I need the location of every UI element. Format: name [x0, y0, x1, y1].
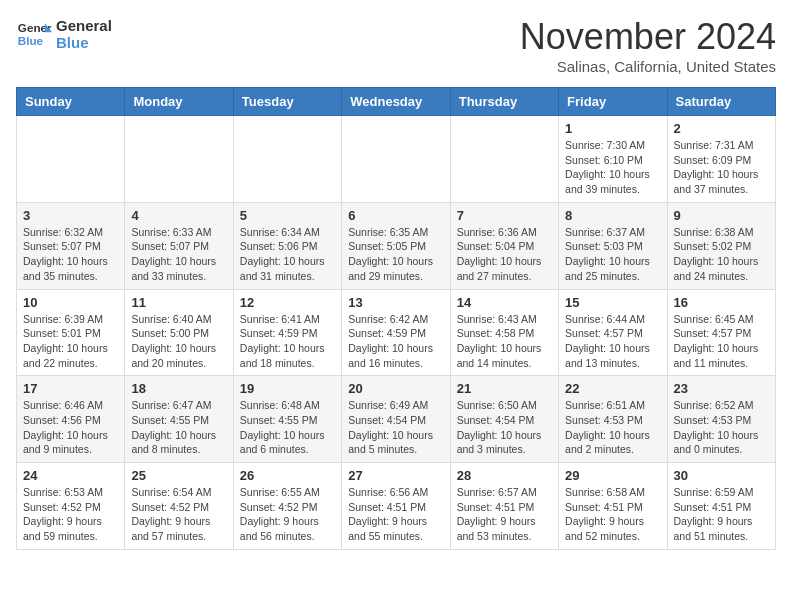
day-number: 30 — [674, 468, 769, 483]
day-number: 13 — [348, 295, 443, 310]
day-number: 1 — [565, 121, 660, 136]
day-number: 25 — [131, 468, 226, 483]
calendar-cell — [342, 116, 450, 203]
calendar-cell: 24Sunrise: 6:53 AM Sunset: 4:52 PM Dayli… — [17, 463, 125, 550]
day-number: 20 — [348, 381, 443, 396]
day-info: Sunrise: 6:44 AM Sunset: 4:57 PM Dayligh… — [565, 312, 660, 371]
day-info: Sunrise: 6:42 AM Sunset: 4:59 PM Dayligh… — [348, 312, 443, 371]
calendar-cell: 21Sunrise: 6:50 AM Sunset: 4:54 PM Dayli… — [450, 376, 558, 463]
calendar-cell: 28Sunrise: 6:57 AM Sunset: 4:51 PM Dayli… — [450, 463, 558, 550]
day-number: 24 — [23, 468, 118, 483]
day-info: Sunrise: 6:55 AM Sunset: 4:52 PM Dayligh… — [240, 485, 335, 544]
calendar-cell: 20Sunrise: 6:49 AM Sunset: 4:54 PM Dayli… — [342, 376, 450, 463]
day-info: Sunrise: 6:46 AM Sunset: 4:56 PM Dayligh… — [23, 398, 118, 457]
day-number: 2 — [674, 121, 769, 136]
day-number: 7 — [457, 208, 552, 223]
day-number: 22 — [565, 381, 660, 396]
day-number: 27 — [348, 468, 443, 483]
day-number: 21 — [457, 381, 552, 396]
day-info: Sunrise: 6:36 AM Sunset: 5:04 PM Dayligh… — [457, 225, 552, 284]
location: Salinas, California, United States — [520, 58, 776, 75]
calendar-table: SundayMondayTuesdayWednesdayThursdayFrid… — [16, 87, 776, 550]
day-number: 16 — [674, 295, 769, 310]
month-title: November 2024 — [520, 16, 776, 58]
day-info: Sunrise: 6:51 AM Sunset: 4:53 PM Dayligh… — [565, 398, 660, 457]
day-number: 5 — [240, 208, 335, 223]
weekday-header-saturday: Saturday — [667, 88, 775, 116]
calendar-week-5: 24Sunrise: 6:53 AM Sunset: 4:52 PM Dayli… — [17, 463, 776, 550]
calendar-cell: 16Sunrise: 6:45 AM Sunset: 4:57 PM Dayli… — [667, 289, 775, 376]
weekday-header-row: SundayMondayTuesdayWednesdayThursdayFrid… — [17, 88, 776, 116]
logo: General Blue General Blue — [16, 16, 112, 52]
day-info: Sunrise: 6:57 AM Sunset: 4:51 PM Dayligh… — [457, 485, 552, 544]
calendar-cell: 2Sunrise: 7:31 AM Sunset: 6:09 PM Daylig… — [667, 116, 775, 203]
day-number: 23 — [674, 381, 769, 396]
calendar-cell: 3Sunrise: 6:32 AM Sunset: 5:07 PM Daylig… — [17, 202, 125, 289]
calendar-cell: 29Sunrise: 6:58 AM Sunset: 4:51 PM Dayli… — [559, 463, 667, 550]
calendar-cell — [125, 116, 233, 203]
day-info: Sunrise: 6:47 AM Sunset: 4:55 PM Dayligh… — [131, 398, 226, 457]
day-info: Sunrise: 6:32 AM Sunset: 5:07 PM Dayligh… — [23, 225, 118, 284]
svg-text:Blue: Blue — [18, 34, 44, 47]
logo-icon: General Blue — [16, 16, 52, 52]
calendar-cell: 14Sunrise: 6:43 AM Sunset: 4:58 PM Dayli… — [450, 289, 558, 376]
calendar-cell: 27Sunrise: 6:56 AM Sunset: 4:51 PM Dayli… — [342, 463, 450, 550]
day-info: Sunrise: 6:48 AM Sunset: 4:55 PM Dayligh… — [240, 398, 335, 457]
weekday-header-monday: Monday — [125, 88, 233, 116]
day-info: Sunrise: 6:40 AM Sunset: 5:00 PM Dayligh… — [131, 312, 226, 371]
day-number: 12 — [240, 295, 335, 310]
calendar-week-4: 17Sunrise: 6:46 AM Sunset: 4:56 PM Dayli… — [17, 376, 776, 463]
day-info: Sunrise: 6:37 AM Sunset: 5:03 PM Dayligh… — [565, 225, 660, 284]
day-info: Sunrise: 6:54 AM Sunset: 4:52 PM Dayligh… — [131, 485, 226, 544]
calendar-cell: 4Sunrise: 6:33 AM Sunset: 5:07 PM Daylig… — [125, 202, 233, 289]
day-number: 6 — [348, 208, 443, 223]
day-number: 10 — [23, 295, 118, 310]
calendar-cell: 7Sunrise: 6:36 AM Sunset: 5:04 PM Daylig… — [450, 202, 558, 289]
calendar-cell — [450, 116, 558, 203]
logo-line2: Blue — [56, 34, 112, 51]
calendar-cell: 30Sunrise: 6:59 AM Sunset: 4:51 PM Dayli… — [667, 463, 775, 550]
calendar-cell: 23Sunrise: 6:52 AM Sunset: 4:53 PM Dayli… — [667, 376, 775, 463]
calendar-cell: 6Sunrise: 6:35 AM Sunset: 5:05 PM Daylig… — [342, 202, 450, 289]
calendar-cell: 11Sunrise: 6:40 AM Sunset: 5:00 PM Dayli… — [125, 289, 233, 376]
day-info: Sunrise: 6:33 AM Sunset: 5:07 PM Dayligh… — [131, 225, 226, 284]
calendar-week-2: 3Sunrise: 6:32 AM Sunset: 5:07 PM Daylig… — [17, 202, 776, 289]
logo-line1: General — [56, 17, 112, 34]
calendar-week-1: 1Sunrise: 7:30 AM Sunset: 6:10 PM Daylig… — [17, 116, 776, 203]
day-info: Sunrise: 6:52 AM Sunset: 4:53 PM Dayligh… — [674, 398, 769, 457]
calendar-cell: 19Sunrise: 6:48 AM Sunset: 4:55 PM Dayli… — [233, 376, 341, 463]
calendar-cell: 17Sunrise: 6:46 AM Sunset: 4:56 PM Dayli… — [17, 376, 125, 463]
day-info: Sunrise: 6:49 AM Sunset: 4:54 PM Dayligh… — [348, 398, 443, 457]
day-info: Sunrise: 6:39 AM Sunset: 5:01 PM Dayligh… — [23, 312, 118, 371]
day-info: Sunrise: 6:34 AM Sunset: 5:06 PM Dayligh… — [240, 225, 335, 284]
day-info: Sunrise: 6:43 AM Sunset: 4:58 PM Dayligh… — [457, 312, 552, 371]
day-number: 3 — [23, 208, 118, 223]
calendar-cell: 9Sunrise: 6:38 AM Sunset: 5:02 PM Daylig… — [667, 202, 775, 289]
day-info: Sunrise: 6:50 AM Sunset: 4:54 PM Dayligh… — [457, 398, 552, 457]
calendar-cell: 1Sunrise: 7:30 AM Sunset: 6:10 PM Daylig… — [559, 116, 667, 203]
day-number: 15 — [565, 295, 660, 310]
weekday-header-sunday: Sunday — [17, 88, 125, 116]
calendar-cell: 12Sunrise: 6:41 AM Sunset: 4:59 PM Dayli… — [233, 289, 341, 376]
calendar-cell: 8Sunrise: 6:37 AM Sunset: 5:03 PM Daylig… — [559, 202, 667, 289]
day-info: Sunrise: 6:38 AM Sunset: 5:02 PM Dayligh… — [674, 225, 769, 284]
day-number: 29 — [565, 468, 660, 483]
weekday-header-friday: Friday — [559, 88, 667, 116]
title-block: November 2024 Salinas, California, Unite… — [520, 16, 776, 75]
day-info: Sunrise: 6:53 AM Sunset: 4:52 PM Dayligh… — [23, 485, 118, 544]
day-info: Sunrise: 7:31 AM Sunset: 6:09 PM Dayligh… — [674, 138, 769, 197]
calendar-cell: 13Sunrise: 6:42 AM Sunset: 4:59 PM Dayli… — [342, 289, 450, 376]
calendar-cell: 25Sunrise: 6:54 AM Sunset: 4:52 PM Dayli… — [125, 463, 233, 550]
calendar-cell: 15Sunrise: 6:44 AM Sunset: 4:57 PM Dayli… — [559, 289, 667, 376]
calendar-week-3: 10Sunrise: 6:39 AM Sunset: 5:01 PM Dayli… — [17, 289, 776, 376]
calendar-cell: 10Sunrise: 6:39 AM Sunset: 5:01 PM Dayli… — [17, 289, 125, 376]
day-number: 9 — [674, 208, 769, 223]
calendar-cell — [233, 116, 341, 203]
calendar-cell: 22Sunrise: 6:51 AM Sunset: 4:53 PM Dayli… — [559, 376, 667, 463]
calendar-cell: 18Sunrise: 6:47 AM Sunset: 4:55 PM Dayli… — [125, 376, 233, 463]
day-info: Sunrise: 6:35 AM Sunset: 5:05 PM Dayligh… — [348, 225, 443, 284]
day-info: Sunrise: 6:58 AM Sunset: 4:51 PM Dayligh… — [565, 485, 660, 544]
day-number: 11 — [131, 295, 226, 310]
day-number: 26 — [240, 468, 335, 483]
calendar-cell: 26Sunrise: 6:55 AM Sunset: 4:52 PM Dayli… — [233, 463, 341, 550]
